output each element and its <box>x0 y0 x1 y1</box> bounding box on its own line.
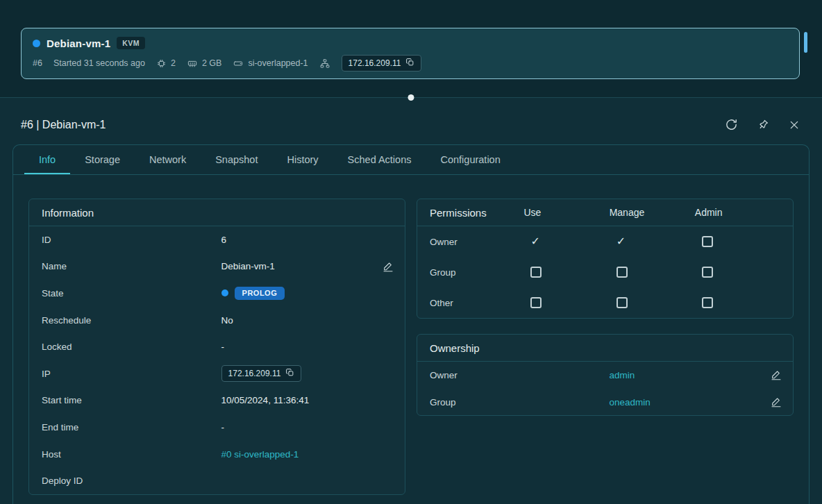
edit-owner-button[interactable] <box>771 369 782 380</box>
row-value: 6 <box>221 235 394 245</box>
row-value: - <box>221 342 394 352</box>
information-panel-title: Information <box>29 199 405 226</box>
detail-header: #6 | Debian-vm-1 <box>0 98 822 144</box>
group-link[interactable]: oneadmin <box>610 397 651 408</box>
permissions-row-owner: Owner ✓ ✓ <box>417 226 793 257</box>
info-row-state: State PROLOG <box>29 280 405 307</box>
row-label: Deploy ID <box>42 476 221 486</box>
tab-snapshot[interactable]: Snapshot <box>201 145 272 174</box>
vm-card-cpu-value: 2 <box>171 58 176 68</box>
row-label: Locked <box>42 342 221 352</box>
permissions-col-manage: Manage <box>610 207 695 218</box>
info-row-id: ID 6 <box>29 226 405 253</box>
detail-title: #6 | Debian-vm-1 <box>21 119 106 131</box>
pin-button[interactable] <box>757 119 769 131</box>
info-row-locked: Locked - <box>29 333 405 360</box>
server-icon <box>233 58 244 69</box>
detail-header-actions <box>725 118 800 131</box>
owner-link[interactable]: admin <box>610 370 635 380</box>
tab-network[interactable]: Network <box>135 145 201 174</box>
info-row-end-time: End time - <box>29 414 405 441</box>
network-icon <box>319 58 330 69</box>
info-tab-content: Information ID 6 Name Debian-vm-1 State <box>13 175 809 495</box>
permission-checkbox-owner-manage[interactable]: ✓ <box>616 236 626 247</box>
vm-card-ip-value: 172.16.209.11 <box>349 58 401 68</box>
permissions-row-other: Other <box>417 287 793 318</box>
vm-card-network <box>319 58 330 69</box>
host-link[interactable]: #0 si-overlapped-1 <box>221 449 299 460</box>
info-row-ip: IP 172.16.209.11 <box>29 360 405 387</box>
ownership-panel: Ownership Owner admin Group oneadmin <box>417 334 794 416</box>
list-scrollbar-thumb[interactable] <box>804 32 807 53</box>
cpu-icon <box>156 58 167 69</box>
vm-card-name: Debian-vm-1 <box>47 37 110 49</box>
vm-card-host-value: si-overlapped-1 <box>248 58 308 68</box>
permission-checkbox-owner-admin[interactable] <box>702 236 713 247</box>
detail-tabs: Info Storage Network Snapshot History Sc… <box>13 145 809 175</box>
permission-checkbox-other-admin[interactable] <box>702 297 713 308</box>
vm-card-id: #6 <box>33 58 42 68</box>
permissions-row-group: Group <box>417 257 793 287</box>
copy-icon[interactable] <box>405 58 414 69</box>
vm-status-dot <box>33 40 40 47</box>
copy-icon[interactable] <box>285 368 294 379</box>
splitter-handle[interactable] <box>408 94 414 101</box>
permission-checkbox-group-use[interactable] <box>530 267 542 278</box>
vm-card[interactable]: Debian-vm-1 KVM #6 Started 31 seconds ag… <box>21 28 800 79</box>
row-value: oneadmin <box>610 397 771 408</box>
tab-storage[interactable]: Storage <box>70 145 135 174</box>
vm-detail-pane: #6 | Debian-vm-1 Info Storage Network Sn… <box>0 98 822 504</box>
row-label: Host <box>42 449 221 460</box>
hypervisor-badge: KVM <box>117 37 145 49</box>
info-row-host: Host #0 si-overlapped-1 <box>29 441 405 468</box>
information-panel: Information ID 6 Name Debian-vm-1 State <box>28 199 405 495</box>
vm-card-ip-chip[interactable]: 172.16.209.11 <box>342 55 422 72</box>
row-label: Group <box>430 397 610 408</box>
permission-checkbox-group-admin[interactable] <box>702 267 713 278</box>
permission-checkbox-other-use[interactable] <box>530 297 542 308</box>
permission-checkbox-group-manage[interactable] <box>616 267 628 278</box>
permission-checkbox-owner-use[interactable]: ✓ <box>530 236 539 247</box>
tab-configuration[interactable]: Configuration <box>426 145 514 174</box>
tab-history[interactable]: History <box>272 145 333 174</box>
edit-name-button[interactable] <box>383 261 394 272</box>
ownership-row-group: Group oneadmin <box>417 389 793 416</box>
row-value: #0 si-overlapped-1 <box>221 449 394 460</box>
vm-card-memory-value: 2 GB <box>202 58 222 68</box>
ip-chip[interactable]: 172.16.209.11 <box>221 365 302 382</box>
permissions-col-admin: Admin <box>695 207 780 218</box>
info-row-start-time: Start time 10/05/2024, 11:36:41 <box>29 387 405 414</box>
refresh-button[interactable] <box>725 118 738 131</box>
vm-card-cpu: 2 <box>156 58 176 69</box>
permissions-panel-header: Permissions Use Manage Admin <box>417 199 793 226</box>
state-status-dot <box>221 289 228 296</box>
row-value: admin <box>610 370 771 380</box>
info-row-name: Name Debian-vm-1 <box>29 253 405 280</box>
ram-icon <box>187 58 198 69</box>
tab-info[interactable]: Info <box>24 145 70 174</box>
row-label: Reschedule <box>42 315 221 326</box>
row-value: - <box>221 422 394 432</box>
row-label: Start time <box>42 395 221 405</box>
vm-card-title-row: Debian-vm-1 KVM <box>33 37 788 49</box>
permissions-col-use: Use <box>523 207 609 218</box>
row-label: Name <box>42 261 221 271</box>
state-badge: PROLOG <box>235 287 285 300</box>
row-value: PROLOG <box>221 287 394 300</box>
row-label: IP <box>42 369 221 379</box>
row-label: ID <box>42 235 221 245</box>
close-button[interactable] <box>789 119 800 131</box>
ownership-row-owner: Owner admin <box>417 362 793 389</box>
info-row-deploy-id: Deploy ID <box>29 467 405 494</box>
ownership-panel-title: Ownership <box>417 335 793 362</box>
permission-checkbox-other-manage[interactable] <box>616 297 628 308</box>
vm-card-uptime: Started 31 seconds ago <box>53 58 145 68</box>
row-value: 172.16.209.11 <box>221 365 394 382</box>
row-value: No <box>221 315 394 326</box>
row-label: Owner <box>430 237 523 247</box>
vm-list-pane: Debian-vm-1 KVM #6 Started 31 seconds ag… <box>0 0 822 98</box>
tab-sched-actions[interactable]: Sched Actions <box>333 145 426 174</box>
vm-card-meta-row: #6 Started 31 seconds ago 2 2 GB si-over… <box>33 55 788 72</box>
edit-group-button[interactable] <box>771 396 782 408</box>
ip-value: 172.16.209.11 <box>228 369 281 378</box>
